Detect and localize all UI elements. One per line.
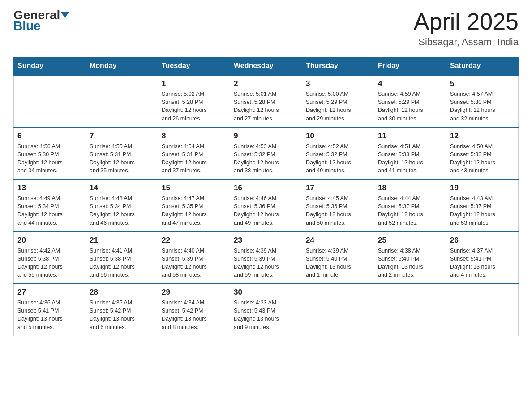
day-number: 13 [17,184,82,193]
day-info: Sunrise: 4:53 AM Sunset: 5:32 PM Dayligh… [234,142,298,175]
calendar-week-row: 1Sunrise: 5:02 AM Sunset: 5:28 PM Daylig… [14,75,519,128]
day-number: 8 [162,132,226,141]
table-row [14,75,86,128]
table-row: 22Sunrise: 4:40 AM Sunset: 5:39 PM Dayli… [158,232,230,284]
table-row: 26Sunrise: 4:37 AM Sunset: 5:41 PM Dayli… [446,232,519,284]
day-info: Sunrise: 4:40 AM Sunset: 5:39 PM Dayligh… [162,247,226,279]
calendar-week-row: 27Sunrise: 4:36 AM Sunset: 5:41 PM Dayli… [14,284,519,336]
month-year-title: April 2025 [414,9,519,34]
table-row: 11Sunrise: 4:51 AM Sunset: 5:33 PM Dayli… [374,128,446,180]
day-number: 28 [90,288,154,297]
day-number: 15 [162,184,226,193]
col-wednesday: Wednesday [230,57,302,75]
day-info: Sunrise: 4:49 AM Sunset: 5:34 PM Dayligh… [17,194,82,227]
table-row: 24Sunrise: 4:39 AM Sunset: 5:40 PM Dayli… [302,232,374,284]
table-row: 4Sunrise: 4:59 AM Sunset: 5:29 PM Daylig… [374,75,446,128]
location-subtitle: Sibsagar, Assam, India [414,36,519,48]
day-number: 14 [90,184,154,193]
day-number: 4 [378,79,442,88]
calendar-week-row: 20Sunrise: 4:42 AM Sunset: 5:38 PM Dayli… [14,232,519,284]
day-info: Sunrise: 4:57 AM Sunset: 5:30 PM Dayligh… [450,90,515,123]
day-number: 16 [234,184,298,193]
day-info: Sunrise: 4:46 AM Sunset: 5:36 PM Dayligh… [234,194,298,227]
day-info: Sunrise: 4:45 AM Sunset: 5:36 PM Dayligh… [306,194,370,227]
day-info: Sunrise: 4:42 AM Sunset: 5:38 PM Dayligh… [17,247,82,279]
table-row [86,75,158,128]
day-number: 19 [450,184,515,193]
table-row: 29Sunrise: 4:34 AM Sunset: 5:42 PM Dayli… [158,284,230,336]
day-number: 10 [306,132,370,141]
table-row: 9Sunrise: 4:53 AM Sunset: 5:32 PM Daylig… [230,128,302,180]
day-number: 5 [450,79,515,88]
calendar-week-row: 13Sunrise: 4:49 AM Sunset: 5:34 PM Dayli… [14,180,519,232]
day-number: 3 [306,79,370,88]
logo: General Blue [13,9,69,32]
day-number: 20 [17,236,82,245]
day-number: 2 [234,79,298,88]
title-block: April 2025 Sibsagar, Assam, India [414,9,519,48]
logo-arrow-icon [61,12,69,18]
table-row: 2Sunrise: 5:01 AM Sunset: 5:28 PM Daylig… [230,75,302,128]
day-number: 7 [90,132,154,141]
day-info: Sunrise: 5:02 AM Sunset: 5:28 PM Dayligh… [162,90,226,123]
day-number: 9 [234,132,298,141]
table-row [446,284,519,336]
day-number: 24 [306,236,370,245]
col-monday: Monday [86,57,158,75]
day-info: Sunrise: 4:33 AM Sunset: 5:43 PM Dayligh… [234,299,298,331]
day-number: 18 [378,184,442,193]
day-number: 6 [17,132,82,141]
day-number: 25 [378,236,442,245]
table-row: 30Sunrise: 4:33 AM Sunset: 5:43 PM Dayli… [230,284,302,336]
day-info: Sunrise: 4:37 AM Sunset: 5:41 PM Dayligh… [450,247,515,279]
day-info: Sunrise: 4:52 AM Sunset: 5:32 PM Dayligh… [306,142,370,175]
day-info: Sunrise: 4:43 AM Sunset: 5:37 PM Dayligh… [450,194,515,227]
col-thursday: Thursday [302,57,374,75]
table-row: 21Sunrise: 4:41 AM Sunset: 5:38 PM Dayli… [86,232,158,284]
day-info: Sunrise: 4:35 AM Sunset: 5:42 PM Dayligh… [90,299,154,331]
day-info: Sunrise: 4:39 AM Sunset: 5:40 PM Dayligh… [306,247,370,279]
table-row: 13Sunrise: 4:49 AM Sunset: 5:34 PM Dayli… [14,180,86,232]
calendar-header-row: Sunday Monday Tuesday Wednesday Thursday… [14,57,519,75]
day-number: 30 [234,288,298,297]
table-row: 23Sunrise: 4:39 AM Sunset: 5:39 PM Dayli… [230,232,302,284]
table-row: 5Sunrise: 4:57 AM Sunset: 5:30 PM Daylig… [446,75,519,128]
calendar-table: Sunday Monday Tuesday Wednesday Thursday… [13,57,519,336]
day-number: 11 [378,132,442,141]
table-row: 16Sunrise: 4:46 AM Sunset: 5:36 PM Dayli… [230,180,302,232]
day-info: Sunrise: 4:56 AM Sunset: 5:30 PM Dayligh… [17,142,82,175]
table-row [374,284,446,336]
day-info: Sunrise: 4:36 AM Sunset: 5:41 PM Dayligh… [17,299,82,331]
day-number: 22 [162,236,226,245]
table-row: 15Sunrise: 4:47 AM Sunset: 5:35 PM Dayli… [158,180,230,232]
day-info: Sunrise: 4:48 AM Sunset: 5:34 PM Dayligh… [90,194,154,227]
col-tuesday: Tuesday [158,57,230,75]
day-number: 17 [306,184,370,193]
col-sunday: Sunday [14,57,86,75]
day-info: Sunrise: 4:54 AM Sunset: 5:31 PM Dayligh… [162,142,226,175]
day-info: Sunrise: 4:55 AM Sunset: 5:31 PM Dayligh… [90,142,154,175]
table-row [302,284,374,336]
day-info: Sunrise: 4:39 AM Sunset: 5:39 PM Dayligh… [234,247,298,279]
day-number: 29 [162,288,226,297]
table-row: 17Sunrise: 4:45 AM Sunset: 5:36 PM Dayli… [302,180,374,232]
day-number: 1 [162,79,226,88]
col-friday: Friday [374,57,446,75]
day-info: Sunrise: 4:50 AM Sunset: 5:33 PM Dayligh… [450,142,515,175]
table-row: 19Sunrise: 4:43 AM Sunset: 5:37 PM Dayli… [446,180,519,232]
day-info: Sunrise: 4:51 AM Sunset: 5:33 PM Dayligh… [378,142,442,175]
table-row: 3Sunrise: 5:00 AM Sunset: 5:29 PM Daylig… [302,75,374,128]
day-info: Sunrise: 4:41 AM Sunset: 5:38 PM Dayligh… [90,247,154,279]
table-row: 25Sunrise: 4:38 AM Sunset: 5:40 PM Dayli… [374,232,446,284]
table-row: 14Sunrise: 4:48 AM Sunset: 5:34 PM Dayli… [86,180,158,232]
day-info: Sunrise: 4:59 AM Sunset: 5:29 PM Dayligh… [378,90,442,123]
calendar-week-row: 6Sunrise: 4:56 AM Sunset: 5:30 PM Daylig… [14,128,519,180]
day-number: 26 [450,236,515,245]
day-info: Sunrise: 4:34 AM Sunset: 5:42 PM Dayligh… [162,299,226,331]
day-number: 12 [450,132,515,141]
table-row: 7Sunrise: 4:55 AM Sunset: 5:31 PM Daylig… [86,128,158,180]
day-info: Sunrise: 5:00 AM Sunset: 5:29 PM Dayligh… [306,90,370,123]
logo-blue: Blue [13,20,41,32]
day-number: 23 [234,236,298,245]
table-row: 10Sunrise: 4:52 AM Sunset: 5:32 PM Dayli… [302,128,374,180]
